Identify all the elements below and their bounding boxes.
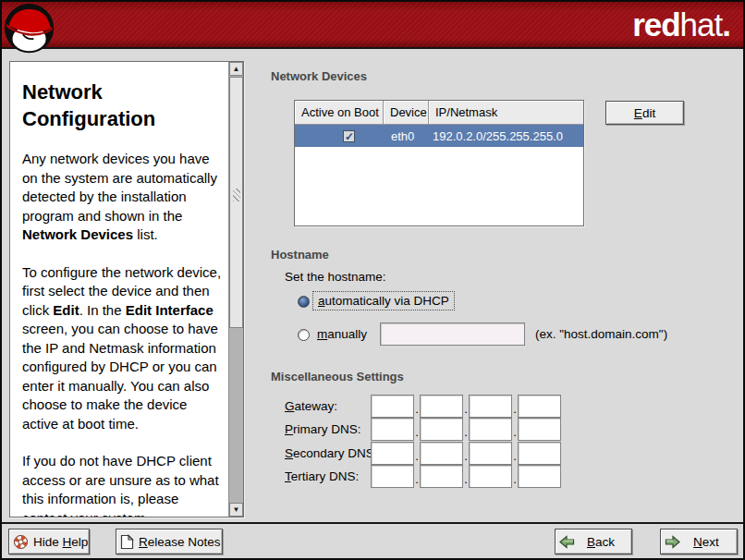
primary-dns-octets: ... xyxy=(371,418,561,441)
help-title: Network Configuration xyxy=(22,79,225,132)
next-arrow-icon xyxy=(665,535,680,549)
device-cell: eth0 xyxy=(384,129,429,143)
hostname-section-label: Hostname xyxy=(271,248,329,262)
redhat-wordmark: redhat. xyxy=(632,7,730,43)
gateway-octets: ... xyxy=(371,395,561,418)
primary-dns-octet-1[interactable] xyxy=(371,418,414,441)
ip-netmask-cell: 192.0.2.0/255.255.255.0 xyxy=(429,129,583,143)
column-header-active-on-boot[interactable]: Active on Boot xyxy=(295,101,384,125)
gateway-octet-2[interactable] xyxy=(420,395,463,418)
tertiary-dns-octet-3[interactable] xyxy=(469,465,512,488)
misc-section-label: Miscellaneous Settings xyxy=(271,370,404,383)
active-on-boot-checkbox[interactable] xyxy=(343,130,355,142)
help-scrollbar[interactable]: ▲ ▼ xyxy=(228,62,243,517)
manual-radio-label[interactable]: manually xyxy=(312,325,372,343)
banner: redhat. xyxy=(2,2,743,49)
tertiary-dns-octets: ... xyxy=(371,465,561,488)
gateway-octet-4[interactable] xyxy=(518,395,561,418)
life-ring-icon xyxy=(13,534,29,550)
hostname-input[interactable] xyxy=(380,323,525,346)
hide-help-button[interactable]: Hide Help xyxy=(8,529,90,554)
redhat-shadowman-logo-icon xyxy=(4,3,56,55)
active-on-boot-cell xyxy=(295,130,384,142)
tertiary-dns-octet-1[interactable] xyxy=(371,465,414,488)
help-text: Network Configuration Any network device… xyxy=(10,62,228,517)
column-header-device[interactable]: Device xyxy=(384,101,429,125)
gateway-octet-3[interactable] xyxy=(469,395,512,418)
edit-button[interactable]: Edit xyxy=(605,101,684,125)
help-paragraph: If you do not have DHCP client access or… xyxy=(22,452,225,517)
scroll-up-button[interactable]: ▲ xyxy=(229,62,243,76)
network-devices-section-label: Network Devices xyxy=(271,69,367,83)
gateway-label: Gateway: xyxy=(285,395,337,418)
secondary-dns-octets: ... xyxy=(371,442,561,465)
primary-dns-label: Primary DNS: xyxy=(285,418,361,441)
next-button[interactable]: Next xyxy=(660,529,738,554)
release-notes-button[interactable]: Release Notes xyxy=(116,529,223,554)
tertiary-dns-octet-4[interactable] xyxy=(518,465,561,488)
installer-window: redhat. Network Configuration Any networ… xyxy=(0,0,745,560)
footer-separator xyxy=(2,522,743,524)
dhcp-radio-label[interactable]: automatically via DHCP xyxy=(312,291,455,310)
back-arrow-icon xyxy=(559,535,575,549)
help-paragraph: To configure the network device, first s… xyxy=(22,263,225,434)
secondary-dns-label: Secondary DNS: xyxy=(285,442,378,465)
primary-dns-octet-4[interactable] xyxy=(518,418,561,441)
help-panel: Network Configuration Any network device… xyxy=(9,61,244,517)
primary-dns-octet-3[interactable] xyxy=(469,418,512,441)
scroll-down-button[interactable]: ▼ xyxy=(229,503,243,517)
secondary-dns-octet-1[interactable] xyxy=(371,442,414,465)
help-paragraph: Any network devices you have on the syst… xyxy=(22,150,225,245)
table-row-eth0[interactable]: eth0 192.0.2.0/255.255.255.0 xyxy=(295,125,583,147)
gateway-octet-1[interactable] xyxy=(371,395,414,418)
document-icon xyxy=(120,534,134,550)
tertiary-dns-octet-2[interactable] xyxy=(420,465,463,488)
primary-dns-octet-2[interactable] xyxy=(420,418,463,441)
hostname-hint: (ex. "host.domain.com") xyxy=(535,327,667,341)
set-hostname-prompt: Set the hostname: xyxy=(285,270,386,284)
column-header-ip-netmask[interactable]: IP/Netmask xyxy=(429,101,583,125)
dhcp-radio[interactable] xyxy=(298,296,310,308)
table-header-row: Active on Boot Device IP/Netmask xyxy=(295,101,583,125)
secondary-dns-octet-2[interactable] xyxy=(420,442,463,465)
secondary-dns-octet-3[interactable] xyxy=(469,442,512,465)
secondary-dns-octet-4[interactable] xyxy=(518,442,561,465)
tertiary-dns-label: Tertiary DNS: xyxy=(285,465,359,488)
back-button[interactable]: Back xyxy=(555,529,632,554)
network-devices-table: Active on Boot Device IP/Netmask eth0 19… xyxy=(294,100,584,226)
scrollbar-thumb[interactable] xyxy=(229,77,243,328)
manual-radio[interactable] xyxy=(298,329,310,341)
